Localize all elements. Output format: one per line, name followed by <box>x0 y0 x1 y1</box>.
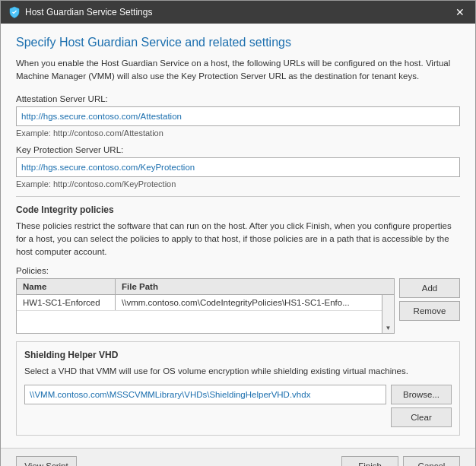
browse-button[interactable]: Browse... <box>391 385 452 404</box>
col-header-name: Name <box>17 279 116 294</box>
title-bar-left: Host Guardian Service Settings <box>8 6 152 18</box>
shielding-description: Select a VHD that VMM will use for OS vo… <box>24 365 452 378</box>
finish-button[interactable]: Finish <box>341 456 398 467</box>
divider-1 <box>16 196 460 197</box>
attestation-input[interactable] <box>16 106 460 126</box>
page-title: Specify Host Guardian Service and relate… <box>16 36 460 49</box>
main-content: Specify Host Guardian Service and relate… <box>1 24 475 448</box>
footer-right-buttons: Finish Cancel <box>341 456 460 467</box>
shield-icon <box>8 6 21 18</box>
policies-table-area: Name File Path HW1-SC1-Enforced \\vmm.co… <box>16 278 460 334</box>
attestation-example: Example: http://contoso.com/Attestation <box>16 128 460 138</box>
add-button[interactable]: Add <box>399 278 460 298</box>
code-integrity-title: Code Integrity policies <box>16 204 460 215</box>
cell-filepath: \\vmm.contoso.com\CodeIntegrityPolicies\… <box>116 295 394 310</box>
shielding-title: Shielding Helper VHD <box>24 350 452 360</box>
page-description: When you enable the Host Guardian Servic… <box>16 57 460 84</box>
dialog-window: Host Guardian Service Settings ✕ Specify… <box>0 0 476 466</box>
policies-table: Name File Path HW1-SC1-Enforced \\vmm.co… <box>16 278 395 334</box>
scroll-indicator[interactable]: ▼ <box>382 295 394 333</box>
policies-label: Policies: <box>16 266 460 275</box>
title-bar: Host Guardian Service Settings ✕ <box>1 1 475 24</box>
attestation-label: Attestation Server URL: <box>16 94 460 103</box>
close-button[interactable]: ✕ <box>452 5 468 20</box>
key-protection-label: Key Protection Server URL: <box>16 145 460 154</box>
remove-button[interactable]: Remove <box>399 301 460 321</box>
key-protection-input[interactable] <box>16 157 460 177</box>
scroll-down-arrow: ▼ <box>386 325 392 331</box>
table-buttons: Add Remove <box>399 278 460 334</box>
vhd-path-input[interactable] <box>24 385 386 404</box>
code-integrity-description: These policies restrict the software tha… <box>16 220 460 259</box>
cell-name: HW1-SC1-Enforced <box>17 295 116 310</box>
clear-button-area: Clear <box>24 407 452 427</box>
table-row[interactable]: HW1-SC1-Enforced \\vmm.contoso.com\CodeI… <box>17 295 394 311</box>
table-header: Name File Path <box>17 279 394 295</box>
table-body[interactable]: HW1-SC1-Enforced \\vmm.contoso.com\CodeI… <box>17 295 394 333</box>
shielding-section: Shielding Helper VHD Select a VHD that V… <box>16 341 460 435</box>
browse-row: Browse... <box>24 385 452 404</box>
col-header-filepath: File Path <box>116 279 394 294</box>
cancel-button[interactable]: Cancel <box>403 456 460 467</box>
clear-button[interactable]: Clear <box>391 407 452 427</box>
dialog-footer: View Script Finish Cancel <box>1 448 475 467</box>
view-script-button[interactable]: View Script <box>16 456 77 467</box>
dialog-title: Host Guardian Service Settings <box>25 7 152 17</box>
key-protection-example: Example: http://contoso.com/KeyProtectio… <box>16 179 460 189</box>
